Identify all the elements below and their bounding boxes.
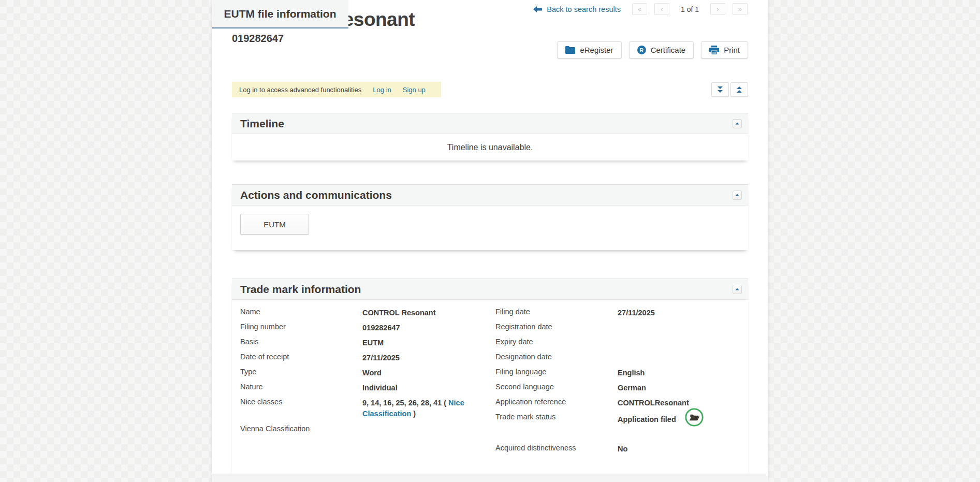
field-label: Trade mark status [495,412,618,421]
field-row: Trade mark status Application filed [495,412,748,436]
field-row: Basis EUTM [240,337,495,352]
field-label: Name [240,306,362,316]
expand-all-button[interactable] [711,82,729,97]
field-row: Designation date [495,352,748,367]
print-button[interactable]: Print [701,41,748,59]
eutm-tab-label: EUTM [264,220,286,229]
field-label: Nice classes [240,397,362,406]
field-value: Application filed [618,412,748,427]
certificate-button-label: Certificate [651,46,686,54]
tab-eutm-file-information[interactable]: EUTM file information [212,0,348,28]
expand-collapse-controls [711,82,748,97]
field-value [362,423,495,425]
field-row: Filing number 019282647 [240,322,495,337]
field-row: Second language German [495,382,748,397]
field-value: Word [362,367,495,378]
actions-section-title: Actions and communications [240,189,733,201]
double-chevron-up-icon [735,86,743,94]
caret-up-icon [735,122,739,125]
actions-section-header: Actions and communications [232,185,748,206]
back-to-search-results-link[interactable]: Back to search results [533,5,621,13]
tab-label: EUTM file information [224,8,337,20]
field-label: Filing number [240,322,362,331]
field-label: Date of receipt [240,352,362,361]
field-label: Type [240,367,362,376]
actions-communications-section: Actions and communications EUTM [232,184,748,250]
field-value: EUTM [362,337,495,348]
field-row: Acquired distinctiveness No [495,443,748,458]
field-label: Nature [240,382,362,391]
login-notice-bar: Log in to access advanced functionalitie… [232,82,441,97]
eutm-actions-tab-button[interactable]: EUTM [240,214,309,235]
field-row: Expiry date [495,337,748,352]
double-chevron-down-icon [716,86,724,94]
field-value: 019282647 [362,322,495,333]
folder-icon [565,46,575,54]
field-value: No [618,443,748,455]
field-value: CONTROL Resonant [362,306,495,318]
field-row: Registration date [495,322,748,337]
actions-section-body: EUTM [232,206,748,235]
field-row: Nice classes 9, 14, 16, 25, 26, 28, 41 (… [240,397,495,423]
field-row: Nature Individual [240,382,495,397]
field-row: Vienna Classification [240,423,495,439]
caret-up-icon [735,194,739,196]
login-notice-message: Log in to access advanced functionalitie… [239,86,361,94]
field-label: Filing language [495,367,618,376]
field-row: Date of receipt 27/11/2025 [240,352,495,367]
trademark-fields-left-column: Name CONTROL Resonant Filing number 0192… [240,306,495,458]
pager-next-button[interactable]: › [710,3,725,15]
field-label: Acquired distinctiveness [495,443,618,452]
field-row: Filing date 27/11/2025 [495,306,748,322]
open-folder-in-green-circle-icon [684,407,704,427]
field-value: 27/11/2025 [362,352,495,363]
pager-count: 1 of 1 [681,5,699,13]
registered-mark-icon: R [637,46,646,54]
page-header: EUTM file information Back to search res… [212,0,768,113]
field-row: Filing language English [495,367,748,382]
field-label: Expiry date [495,337,618,346]
field-label: Basis [240,337,362,346]
trademark-collapse-button[interactable] [733,285,742,294]
timeline-section: Timeline Timeline is unavailable. [232,113,748,160]
field-value: CONTROLResonant [618,397,748,408]
pager-first-button[interactable]: « [632,3,647,15]
field-value: English [618,367,748,378]
field-label: Filing date [495,306,618,316]
collapse-all-button[interactable] [730,82,748,97]
arrow-left-icon [533,6,542,12]
pager-prev-button[interactable]: ‹ [654,3,669,15]
field-row: Application reference CONTROLResonant [495,397,748,412]
trademark-section-header: Trade mark information [232,279,748,300]
printer-icon [709,46,719,54]
top-toolbar: Back to search results « ‹ 1 of 1 › » [533,3,748,15]
field-value: 27/11/2025 [618,306,748,318]
trademark-fields-right-column: Filing date 27/11/2025 Registration date… [495,306,748,458]
field-label: Designation date [495,352,618,361]
field-value: German [618,382,748,393]
field-value [618,337,748,338]
timeline-collapse-button[interactable] [733,119,742,128]
pager-last-button[interactable]: » [733,3,748,15]
field-value [618,352,748,353]
caret-up-icon [735,288,739,290]
sign-up-link[interactable]: Sign up [403,86,426,94]
trademark-section-title: Trade mark information [240,283,733,296]
field-label: Second language [495,382,618,391]
timeline-section-header: Timeline [232,113,748,134]
eregister-button[interactable]: eRegister [557,41,621,59]
next-section-peek [212,474,768,482]
print-button-label: Print [724,46,740,54]
trademark-information-section: Trade mark information Name CONTROL Reso… [232,279,748,474]
eregister-button-label: eRegister [580,46,613,54]
field-value: Individual [362,382,495,393]
action-buttons: eRegister R Certificate Print [557,41,748,59]
field-value: 9, 14, 16, 25, 26, 28, 41 ( Nice Classif… [362,397,495,419]
field-label: Vienna Classification [240,423,362,433]
actions-collapse-button[interactable] [733,191,742,200]
results-pager: « ‹ 1 of 1 › » [632,3,748,15]
log-in-link[interactable]: Log in [373,86,391,94]
certificate-button[interactable]: R Certificate [629,41,694,59]
content-area: Timeline Timeline is unavailable. Action… [212,113,768,474]
field-value [618,322,748,323]
